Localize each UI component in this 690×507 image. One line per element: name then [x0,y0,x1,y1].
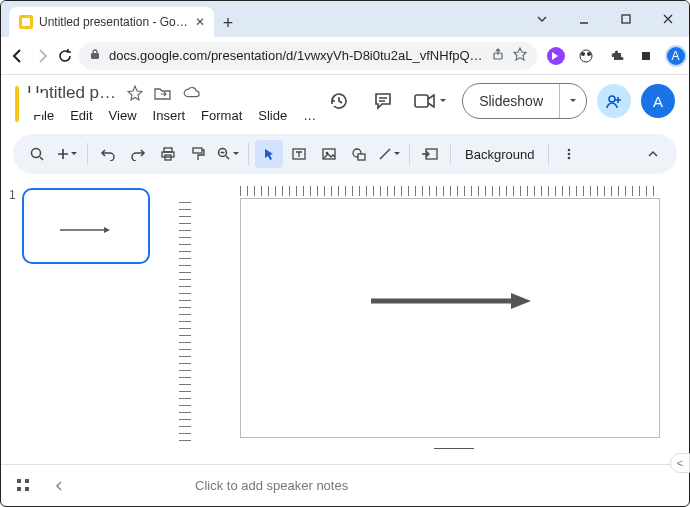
svg-line-22 [226,156,229,159]
back-button[interactable] [9,43,27,69]
slideshow-label[interactable]: Slideshow [463,84,560,118]
new-tab-button[interactable]: + [214,9,242,37]
menu-more[interactable]: … [297,105,322,126]
extensions-puzzle-icon[interactable] [603,43,629,69]
menu-insert[interactable]: Insert [147,105,192,126]
new-slide-button[interactable] [53,140,81,168]
paint-format-button[interactable] [184,140,212,168]
svg-marker-35 [104,227,110,233]
menu-format[interactable]: Format [195,105,248,126]
svg-rect-39 [25,479,29,483]
reload-button[interactable] [57,43,73,69]
cloud-status-icon[interactable] [182,84,200,102]
browser-titlebar: Untitled presentation - Google S ✕ + [1,1,689,37]
svg-rect-1 [622,15,630,23]
slideshow-dropdown[interactable] [560,97,586,105]
search-tool[interactable] [23,140,51,168]
select-tool[interactable] [255,140,283,168]
collapse-toolbar[interactable] [639,140,667,168]
background-button[interactable]: Background [457,140,542,168]
edit-area: 1 [1,180,689,464]
comments-icon[interactable] [366,84,400,118]
extension-panda-icon[interactable] [573,43,599,69]
speaker-notes-placeholder[interactable]: Click to add speaker notes [195,478,348,493]
window-chevron[interactable] [521,1,563,37]
forward-button[interactable] [33,43,51,69]
redo-button[interactable] [124,140,152,168]
share-button[interactable] [597,84,631,118]
menu-slide[interactable]: Slide [252,105,293,126]
footer: Click to add speaker notes [1,464,689,506]
svg-point-6 [587,52,591,56]
svg-point-14 [609,96,615,102]
move-folder-icon[interactable] [154,84,172,102]
svg-rect-7 [642,52,650,60]
share-url-icon[interactable] [491,47,505,64]
horizontal-ruler [194,180,689,198]
svg-rect-40 [17,487,21,491]
extension-play-icon[interactable] [543,43,569,69]
svg-point-15 [32,149,41,158]
bookmark-icon[interactable] [513,47,527,64]
slide-canvas[interactable] [194,198,689,464]
shape-tool[interactable] [345,140,373,168]
svg-point-33 [568,157,571,160]
slide-panel: 1 [1,180,176,464]
slide-thumbnail[interactable] [22,188,150,264]
grid-view-icon[interactable] [15,477,33,495]
address-bar: docs.google.com/presentation/d/1vwxyVh-D… [1,37,689,75]
svg-rect-41 [25,487,29,491]
slides-logo[interactable] [15,86,19,122]
menu-edit[interactable]: Edit [64,105,98,126]
history-icon[interactable] [322,84,356,118]
side-panel-toggle[interactable]: < [670,453,690,473]
svg-point-31 [568,149,571,152]
transition-button[interactable] [416,140,444,168]
textbox-tool[interactable] [285,140,313,168]
caret-down-icon [438,97,448,105]
url-text: docs.google.com/presentation/d/1vwxyVh-D… [109,48,483,63]
slides-favicon [19,15,33,29]
explore-button[interactable] [47,474,71,498]
notes-separator-handle[interactable] [434,448,474,449]
svg-rect-20 [193,148,202,153]
more-tools[interactable] [555,140,583,168]
menu-view[interactable]: View [103,105,143,126]
undo-button[interactable] [94,140,122,168]
window-minimize[interactable] [563,1,605,37]
menu-bar: File Edit View Insert Format Slide … [27,105,322,126]
slide[interactable] [240,198,660,438]
doc-header: Untitled p… File Edit View Insert Format… [1,75,689,126]
meet-button[interactable] [410,84,452,118]
star-icon[interactable] [126,84,144,102]
svg-point-5 [581,52,585,56]
window-close[interactable] [647,1,689,37]
svg-line-29 [380,149,390,159]
url-box[interactable]: docs.google.com/presentation/d/1vwxyVh-D… [79,42,537,70]
window-maximize[interactable] [605,1,647,37]
svg-rect-28 [358,154,365,160]
browser-profile-avatar[interactable]: A [663,43,689,69]
svg-line-16 [40,157,43,160]
account-avatar[interactable]: A [641,84,675,118]
slide-number: 1 [9,188,16,456]
svg-point-4 [580,50,592,62]
tab-title: Untitled presentation - Google S [39,15,188,29]
svg-point-32 [568,153,571,156]
toolbar: Background [13,134,677,174]
zoom-button[interactable] [214,140,242,168]
slideshow-button[interactable]: Slideshow [462,83,587,119]
svg-rect-13 [415,95,428,107]
vertical-ruler [176,180,194,464]
svg-marker-37 [511,293,531,309]
print-button[interactable] [154,140,182,168]
close-tab-icon[interactable]: ✕ [194,16,206,28]
extension-box-icon[interactable] [633,43,659,69]
thumb-arrow-shape [60,227,110,233]
svg-rect-2 [91,53,99,59]
line-tool[interactable] [375,140,403,168]
browser-tab[interactable]: Untitled presentation - Google S ✕ [9,7,214,37]
svg-rect-38 [17,479,21,483]
arrow-shape[interactable] [371,293,531,309]
image-tool[interactable] [315,140,343,168]
